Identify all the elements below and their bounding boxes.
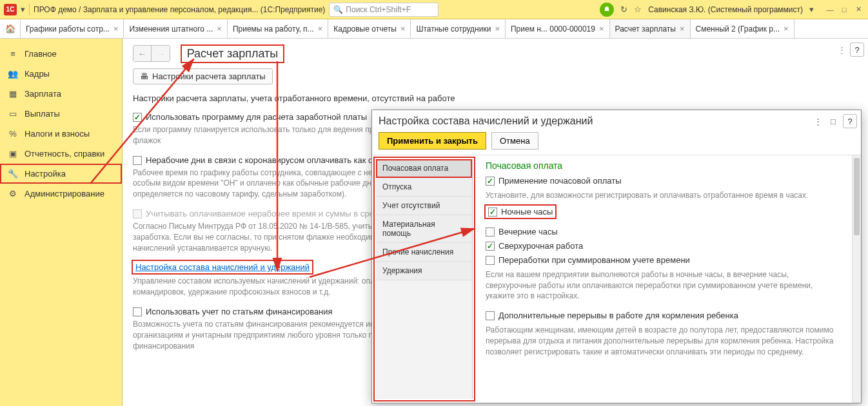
checkbox-summarized-overtime[interactable] [486, 256, 495, 265]
tab-0[interactable]: Графики работы сотр...× [21, 19, 124, 38]
checkbox-label: Применение почасовой оплаты [498, 176, 622, 186]
tab-close-icon[interactable]: × [680, 24, 685, 34]
category-vacation[interactable]: Отпуска [376, 178, 472, 197]
help-text: Установите, для возможности регистрирова… [486, 190, 834, 201]
checkbox-evening-hours[interactable] [486, 227, 495, 237]
modal-title: Настройка состава начислений и удержаний [379, 115, 807, 127]
checkbox-label: Дополнительные перерывы в работе для кор… [498, 311, 738, 320]
sidebar: ≡Главное 👥Кадры ▦Зарплата ▭Выплаты %Нало… [0, 39, 123, 406]
tab-4[interactable]: Штатные сотрудники× [411, 19, 506, 38]
category-material-aid[interactable]: Материальная помощь [376, 215, 472, 243]
percent-icon: % [8, 129, 18, 139]
checkbox-label: Сверхурочная работа [498, 241, 583, 251]
nav-buttons: ← → [133, 45, 170, 62]
checkbox-covid-days[interactable] [133, 156, 142, 165]
username[interactable]: Савинская З.Ю. (Системный программист) [648, 5, 803, 14]
dropdown-icon[interactable]: ▾ [21, 5, 25, 14]
page-title: Расчет зарплаты [182, 46, 284, 62]
checkbox-label: Переработки при суммированном учете врем… [498, 255, 690, 265]
grid-icon: ▦ [8, 89, 18, 99]
tab-close-icon[interactable]: × [318, 24, 323, 34]
tab-1[interactable]: Изменения штатного ...× [124, 19, 227, 38]
sidebar-item-reports[interactable]: ▣Отчетность, справки [0, 144, 122, 164]
modal-restore-icon[interactable]: □ [827, 115, 839, 127]
tab-close-icon[interactable]: × [113, 24, 119, 34]
history-icon[interactable]: ↻ [620, 5, 627, 14]
checkbox-label: Вечерние часы [498, 227, 558, 237]
search-placeholder: Поиск Ctrl+Shift+F [346, 5, 411, 14]
gear-icon: ⚙ [8, 189, 18, 198]
scrollbar-thumb[interactable] [854, 158, 860, 235]
help-button-page[interactable]: ? [850, 43, 864, 57]
sidebar-item-main[interactable]: ≡Главное [0, 44, 122, 64]
report-icon: ▣ [8, 149, 18, 159]
tab-6[interactable]: Расчет зарплаты× [610, 19, 691, 38]
category-absence[interactable]: Учет отсутствий [376, 197, 472, 215]
back-button[interactable]: ← [133, 46, 152, 61]
checkbox-label: Использовать учет по статьям финансирова… [146, 307, 333, 316]
help-text: Если на вашем предприятии выполняются ра… [486, 269, 834, 302]
cancel-button[interactable]: Отмена [491, 132, 538, 150]
search-icon: 🔍 [333, 5, 343, 14]
money-icon: ▭ [8, 109, 18, 119]
tab-7[interactable]: Сменный 2 (График р...× [691, 19, 794, 38]
help-button-modal[interactable]: ? [843, 114, 857, 128]
tab-5[interactable]: Прием н... 0000-000019× [506, 19, 610, 38]
tab-close-icon[interactable]: × [400, 24, 406, 34]
tab-2[interactable]: Приемы на работу, п...× [228, 19, 328, 38]
category-heading: Почасовая оплата [486, 160, 852, 171]
sidebar-item-salary[interactable]: ▦Зарплата [0, 84, 122, 104]
wrench-icon: 🔧 [8, 169, 18, 179]
scrollbar-vertical[interactable] [852, 155, 861, 403]
close-button[interactable]: ✕ [853, 5, 864, 15]
category-hourly[interactable]: Почасовая оплата [376, 159, 472, 178]
minimize-button[interactable]: — [824, 5, 836, 15]
sidebar-item-payments[interactable]: ▭Выплаты [0, 104, 122, 124]
category-list: Почасовая оплата Отпуска Учет отсутствий… [376, 159, 473, 399]
more-icon[interactable]: ⋮ [838, 45, 846, 55]
link-accruals-settings[interactable]: Настройка состава начислений и удержаний [135, 262, 310, 272]
forward-button[interactable]: → [152, 46, 170, 61]
maximize-button[interactable]: □ [838, 5, 850, 15]
checkbox-overtime[interactable] [486, 242, 495, 251]
category-other-accruals[interactable]: Прочие начисления [376, 243, 472, 262]
home-tab[interactable]: 🏠 [0, 19, 21, 38]
checkbox-financing-articles[interactable] [133, 307, 142, 316]
sidebar-item-admin[interactable]: ⚙Администрирование [0, 184, 122, 204]
sidebar-item-taxes[interactable]: %Налоги и взносы [0, 124, 122, 144]
tab-3[interactable]: Кадровые отчеты× [328, 19, 411, 38]
section-description: Настройки расчета зарплаты, учета отрабо… [133, 93, 858, 103]
user-dropdown-icon[interactable]: ▾ [809, 5, 814, 14]
checkbox-hourly-pay[interactable] [486, 177, 495, 186]
sidebar-item-settings[interactable]: 🔧Настройка [0, 164, 122, 184]
app-title: ПРОФ демо / Зарплата и управление персон… [34, 5, 325, 14]
checkbox-label: Использовать программу для расчета зараб… [146, 112, 367, 122]
modal-accruals-settings: Настройка состава начислений и удержаний… [371, 110, 862, 403]
tab-close-icon[interactable]: × [784, 24, 789, 34]
logo-1c: 1C [4, 4, 17, 15]
print-icon: 🖶 [140, 72, 148, 81]
category-deductions[interactable]: Удержания [376, 262, 472, 280]
menu-icon: ≡ [8, 49, 18, 59]
tab-close-icon[interactable]: × [217, 24, 222, 34]
sidebar-item-personnel[interactable]: 👥Кадры [0, 64, 122, 84]
tab-close-icon[interactable]: × [495, 24, 500, 34]
checkbox-night-hours[interactable] [488, 208, 497, 217]
people-icon: 👥 [8, 69, 18, 79]
star-icon[interactable]: ☆ [634, 5, 642, 14]
settings-salary-button[interactable]: 🖶 Настройки расчета зарплаты [133, 68, 273, 84]
bell-icon[interactable] [600, 3, 614, 17]
checkbox-feeding-breaks[interactable] [486, 311, 495, 320]
checkbox-label: Ночные часы [501, 207, 553, 217]
modal-more-icon[interactable]: ⋮ [812, 115, 824, 127]
checkbox-average-earnings [133, 209, 142, 218]
search-input[interactable]: 🔍 Поиск Ctrl+Shift+F [329, 3, 439, 17]
tab-close-icon[interactable]: × [599, 24, 604, 34]
apply-close-button[interactable]: Применить и закрыть [379, 132, 486, 150]
checkbox-use-program[interactable] [133, 113, 142, 122]
help-text: Работающим женщинам, имеющим детей в воз… [486, 325, 834, 357]
